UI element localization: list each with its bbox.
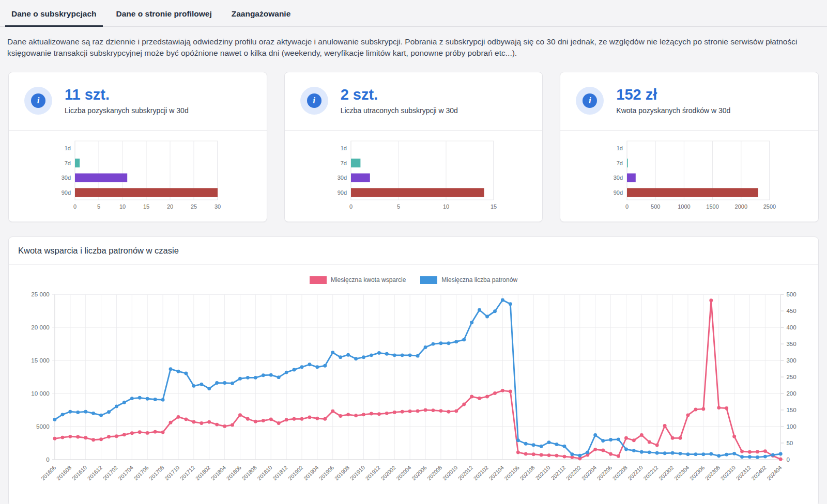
card-acquired-funds: i 152 zł Kwota pozyskanych środków w 30d… [560,72,819,222]
svg-text:10 000: 10 000 [31,390,50,397]
svg-text:5: 5 [397,203,400,210]
tab-dane-o-stronie-profilowej[interactable]: Dane o stronie profilowej [109,6,219,26]
svg-text:20 000: 20 000 [31,324,50,330]
svg-text:202212: 202212 [642,464,660,482]
svg-text:202210: 202210 [626,464,644,482]
svg-text:202306: 202306 [688,464,706,482]
legend-item-kwota[interactable]: Miesięczna kwota wsparcie [310,276,406,284]
dashboard-page: Dane o subskrypcjach Dane o stronie prof… [0,0,827,504]
stat-cards-row: i 11 szt. Liczba pozyskanych subskrypcji… [8,72,819,222]
card-acquired-subscriptions: i 11 szt. Liczba pozyskanych subskrypcji… [8,72,267,222]
svg-text:202008: 202008 [426,464,443,482]
svg-text:201706: 201706 [132,464,150,482]
svg-text:201906: 201906 [318,464,335,482]
svg-text:202110: 202110 [534,464,552,481]
stat-label: Kwota pozyskanych środków w 30d [616,106,730,115]
svg-text:50: 50 [786,439,793,446]
svg-text:202312: 202312 [734,464,752,482]
svg-text:15: 15 [491,203,497,210]
svg-text:201708: 201708 [148,464,165,482]
support-over-time-card: Kwota wsparcia i liczba patronów w czasi… [8,237,819,504]
legend-swatch-blue [420,276,437,284]
svg-text:202308: 202308 [704,464,722,482]
info-icon[interactable]: i [300,87,328,115]
legend-swatch-pink [310,276,327,284]
svg-text:25 000: 25 000 [31,291,50,297]
svg-text:1d: 1d [341,145,347,151]
chart-title: Kwota wsparcia i liczba patronów w czasi… [9,237,818,265]
svg-text:201610: 201610 [71,464,88,482]
svg-text:201802: 201802 [194,464,212,482]
svg-text:202206: 202206 [596,464,614,482]
svg-text:201804: 201804 [210,464,227,482]
svg-text:201710: 201710 [163,464,181,482]
svg-text:15 000: 15 000 [31,357,50,364]
stat-value: 152 zł [616,87,730,102]
info-icon[interactable]: i [24,87,52,115]
svg-text:201712: 201712 [179,464,196,482]
card-lost-subscriptions: i 2 szt. Liczba utraconych subskrypcji w… [284,72,543,222]
svg-text:202012: 202012 [457,464,474,482]
svg-text:201806: 201806 [225,464,242,482]
stat-value: 2 szt. [341,87,458,102]
card-header: i 2 szt. Liczba utraconych subskrypcji w… [285,72,543,130]
svg-text:90d: 90d [613,190,622,196]
chart-legend: Miesięczna kwota wsparcie Miesięczna lic… [9,276,818,284]
card-header: i 11 szt. Liczba pozyskanych subskrypcji… [9,72,267,130]
svg-text:0: 0 [786,456,790,463]
svg-text:25: 25 [191,203,197,210]
svg-text:201902: 201902 [287,464,304,482]
svg-text:1000: 1000 [678,203,690,210]
svg-text:202108: 202108 [518,464,536,482]
svg-text:0: 0 [73,203,76,210]
svg-text:90d: 90d [338,190,347,196]
svg-text:202202: 202202 [565,464,583,482]
info-icon[interactable]: i [576,87,604,115]
svg-text:201908: 201908 [333,464,351,482]
data-update-description: Dane aktualizowane są raz dziennie i prz… [7,36,814,59]
stat-value: 11 szt. [65,87,189,102]
svg-text:500: 500 [651,203,660,210]
svg-text:202004: 202004 [395,464,412,482]
svg-text:10: 10 [119,203,126,210]
svg-text:30d: 30d [62,175,71,181]
svg-text:201904: 201904 [302,464,320,482]
svg-text:202002: 202002 [379,464,397,482]
svg-text:202112: 202112 [549,464,566,481]
svg-text:0: 0 [625,203,629,210]
tabbar: Dane o subskrypcjach Dane o stronie prof… [0,0,827,27]
svg-text:202304: 202304 [673,464,691,482]
svg-text:201808: 201808 [240,464,258,482]
svg-text:202402: 202402 [750,464,768,482]
svg-text:201910: 201910 [348,464,366,482]
svg-text:30d: 30d [613,175,622,181]
svg-text:7d: 7d [65,160,71,166]
lost-subscriptions-bar-chart: 0510151d7d30d90d [324,138,503,216]
legend-item-patroni[interactable]: Miesięczna liczba patronów [420,276,517,284]
tab-zaangazowanie[interactable]: Zaangażowanie [224,6,298,26]
acquired-subscriptions-bar-chart: 0510152025301d7d30d90d [48,138,227,216]
svg-text:202208: 202208 [611,464,629,482]
svg-text:202104: 202104 [487,464,505,482]
svg-text:201608: 201608 [55,464,73,482]
svg-text:202010: 202010 [441,464,459,482]
svg-text:400: 400 [786,324,797,330]
svg-text:500: 500 [786,291,797,297]
svg-text:202006: 202006 [410,464,428,482]
svg-text:201612: 201612 [86,464,104,482]
svg-text:1d: 1d [616,145,622,151]
stat-label: Liczba utraconych subskrypcji w 30d [341,106,458,115]
acquired-funds-bar-chart: 050010001500200025001d7d30d90d [600,138,779,216]
svg-text:202204: 202204 [580,464,598,482]
svg-text:201810: 201810 [256,464,273,482]
svg-text:202404: 202404 [765,464,783,482]
stat-label: Liczba pozyskanych subskrypcji w 30d [65,106,189,115]
support-patrons-line-chart: 2016062016082016102016122017022017042017… [14,287,813,502]
svg-text:201606: 201606 [40,464,57,482]
svg-text:150: 150 [786,406,797,413]
svg-text:202102: 202102 [472,464,489,482]
svg-text:300: 300 [786,357,797,364]
tab-dane-o-subskrypcjach[interactable]: Dane o subskrypcjach [4,6,104,26]
svg-text:30d: 30d [338,175,347,181]
svg-text:2000: 2000 [734,203,747,210]
